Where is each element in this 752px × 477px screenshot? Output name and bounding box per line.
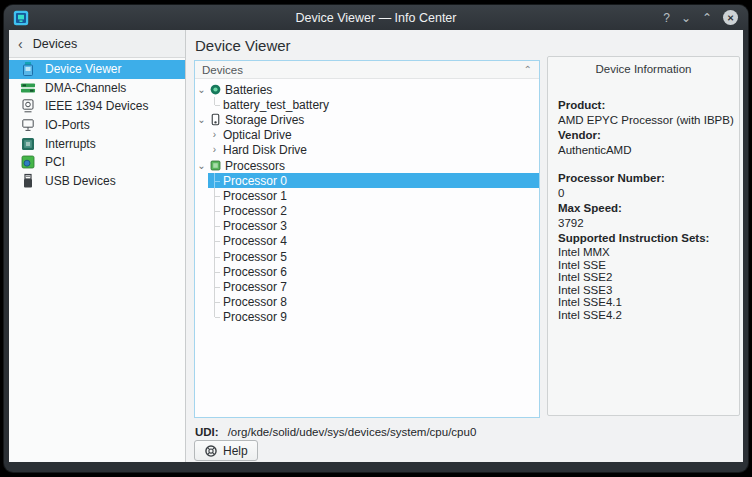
tree-header[interactable]: Devices ⌃ bbox=[195, 61, 539, 79]
tree-item-battery-test-battery[interactable]: battery_test_battery bbox=[195, 97, 539, 112]
sort-indicator-icon[interactable]: ⌃ bbox=[524, 65, 532, 75]
tree-item-storage-drives[interactable]: ⌄Storage Drives bbox=[195, 112, 539, 127]
tree-item-processor-0[interactable]: Processor 0 bbox=[195, 173, 539, 188]
expander-closed-icon[interactable]: › bbox=[208, 145, 221, 155]
udi-value: /org/kde/solid/udev/sys/devices/system/c… bbox=[228, 426, 477, 438]
instruction-set-value: Intel SSE2 bbox=[558, 271, 729, 284]
interrupts-icon bbox=[20, 136, 36, 152]
tree-item-processor-2[interactable]: Processor 2 bbox=[195, 204, 539, 219]
tree-item-processor-6[interactable]: Processor 6 bbox=[195, 264, 539, 279]
ieee-1394-icon bbox=[20, 98, 36, 114]
tree-item-optical-drive[interactable]: ›Optical Drive bbox=[195, 128, 539, 143]
expander-closed-icon[interactable]: › bbox=[208, 130, 221, 140]
back-to-devices[interactable]: ‹ Devices bbox=[9, 30, 185, 58]
sidebar-item-pci[interactable]: PCI bbox=[9, 153, 185, 172]
info-field-value: AuthenticAMD bbox=[558, 143, 729, 158]
instruction-set-value: Intel MMX bbox=[558, 246, 729, 259]
tree-branch-line bbox=[208, 188, 221, 203]
maximize-button[interactable]: ⌃ bbox=[702, 12, 712, 24]
tree-item-row: Processor 4 bbox=[208, 234, 539, 249]
tree-item-label: Processor 8 bbox=[221, 295, 287, 309]
sidebar-item-label: USB Devices bbox=[45, 174, 116, 188]
info-field-label: Processor Number: bbox=[558, 171, 729, 186]
device-information-panel: Device Information Product:AMD EPYC Proc… bbox=[547, 56, 740, 416]
tree-item-processor-5[interactable]: Processor 5 bbox=[195, 249, 539, 264]
info-field-label: Product: bbox=[558, 98, 729, 113]
tree-item-row: Processor 0 bbox=[208, 173, 539, 188]
tree-branch-line bbox=[208, 173, 221, 188]
tree-item-label: Processor 0 bbox=[221, 174, 287, 188]
udi-label: UDI: bbox=[195, 426, 219, 438]
sidebar-list: Device ViewerDMA-ChannelsIEEE 1394 Devic… bbox=[9, 58, 185, 190]
info-center-window: Device Viewer — Info Center ? ⌄ ⌃ ✕ ‹ De… bbox=[4, 5, 748, 472]
tree-item-label: Processor 3 bbox=[221, 219, 287, 233]
sidebar-item-io-ports[interactable]: IO-Ports bbox=[9, 116, 185, 135]
tree-branch-line bbox=[208, 219, 221, 234]
help-button[interactable]: Help bbox=[194, 440, 258, 461]
sidebar: ‹ Devices Device ViewerDMA-ChannelsIEEE … bbox=[9, 30, 186, 462]
sidebar-item-dma-channels[interactable]: DMA-Channels bbox=[9, 79, 185, 98]
tree-item-label: Processors bbox=[223, 159, 285, 173]
info-body: Product:AMD EPYC Processor (with IBPB)Ve… bbox=[548, 75, 739, 322]
window-controls: ? ⌄ ⌃ ✕ bbox=[663, 10, 738, 25]
sidebar-item-interrupts[interactable]: Interrupts bbox=[9, 134, 185, 153]
tree-item-row: Processor 7 bbox=[208, 279, 539, 294]
titlebar[interactable]: Device Viewer — Info Center ? ⌄ ⌃ ✕ bbox=[4, 5, 748, 30]
tree-item-label: Optical Drive bbox=[221, 128, 292, 142]
tree-item-row: Processor 1 bbox=[208, 188, 539, 203]
tree-item-row: Processor 6 bbox=[208, 264, 539, 279]
expander-open-icon[interactable]: ⌄ bbox=[195, 85, 208, 95]
tree-item-row: Processor 2 bbox=[208, 204, 539, 219]
tree-item-processor-9[interactable]: Processor 9 bbox=[195, 310, 539, 325]
instruction-set-value: Intel SSE4.1 bbox=[558, 296, 729, 309]
tree-item-row: Processor 9 bbox=[208, 310, 539, 325]
sidebar-item-device-viewer[interactable]: Device Viewer bbox=[9, 60, 185, 79]
titlebar-help-button[interactable]: ? bbox=[663, 12, 670, 24]
tree-item-batteries[interactable]: ⌄Batteries bbox=[195, 82, 539, 97]
info-field-label: Max Speed: bbox=[558, 201, 729, 216]
tree-item-row: Processor 8 bbox=[208, 295, 539, 310]
devices-tree-panel: Devices ⌃ ⌄Batteriesbattery_test_battery… bbox=[194, 60, 540, 418]
dma-channels-icon bbox=[20, 80, 36, 96]
tree-item-row: ›Hard Disk Drive bbox=[208, 143, 539, 158]
tree-item-hard-disk-drive[interactable]: ›Hard Disk Drive bbox=[195, 143, 539, 158]
info-field-value: 3792 bbox=[558, 216, 729, 231]
sidebar-item-label: DMA-Channels bbox=[45, 81, 126, 95]
info-field-value: AMD EPYC Processor (with IBPB) bbox=[558, 113, 729, 128]
page-title: Device Viewer bbox=[195, 37, 291, 54]
instruction-set-value: Intel SSE4.2 bbox=[558, 309, 729, 322]
sidebar-item-label: Interrupts bbox=[45, 137, 96, 151]
info-field-label: Vendor: bbox=[558, 128, 729, 143]
tree-item-row: battery_test_battery bbox=[208, 97, 539, 112]
sidebar-item-label: PCI bbox=[45, 155, 65, 169]
tree-rows: ⌄Batteriesbattery_test_battery⌄Storage D… bbox=[195, 79, 539, 325]
minimize-button[interactable]: ⌄ bbox=[681, 12, 691, 24]
expander-open-icon[interactable]: ⌄ bbox=[195, 115, 208, 125]
tree-item-processor-1[interactable]: Processor 1 bbox=[195, 188, 539, 203]
instruction-set-value: Intel SSE3 bbox=[558, 284, 729, 297]
tree-branch-line bbox=[208, 279, 221, 294]
sidebar-header-label: Devices bbox=[33, 37, 77, 51]
tree-item-label: Processor 5 bbox=[221, 250, 287, 264]
tree-item-processors[interactable]: ⌄Processors bbox=[195, 158, 539, 173]
close-icon: ✕ bbox=[727, 14, 734, 22]
tree-item-label: battery_test_battery bbox=[221, 98, 329, 112]
sidebar-item-ieee-1394-devices[interactable]: IEEE 1394 Devices bbox=[9, 97, 185, 116]
pci-icon bbox=[20, 154, 36, 170]
drive-icon bbox=[208, 113, 223, 126]
tree-item-processor-4[interactable]: Processor 4 bbox=[195, 234, 539, 249]
tree-item-processor-3[interactable]: Processor 3 bbox=[195, 219, 539, 234]
help-button-label: Help bbox=[223, 444, 248, 458]
close-button[interactable]: ✕ bbox=[723, 10, 738, 25]
tree-item-label: Processor 4 bbox=[221, 234, 287, 248]
sidebar-item-usb-devices[interactable]: USB Devices bbox=[9, 172, 185, 191]
info-section-gap bbox=[558, 158, 729, 171]
sidebar-item-label: IO-Ports bbox=[45, 118, 90, 132]
tree-item-processor-8[interactable]: Processor 8 bbox=[195, 295, 539, 310]
window-title: Device Viewer — Info Center bbox=[4, 11, 748, 25]
tree-branch-line bbox=[208, 204, 221, 219]
tree-item-processor-7[interactable]: Processor 7 bbox=[195, 279, 539, 294]
tree-branch-line bbox=[208, 295, 221, 310]
expander-open-icon[interactable]: ⌄ bbox=[195, 161, 208, 171]
device-viewer-icon bbox=[20, 61, 36, 77]
